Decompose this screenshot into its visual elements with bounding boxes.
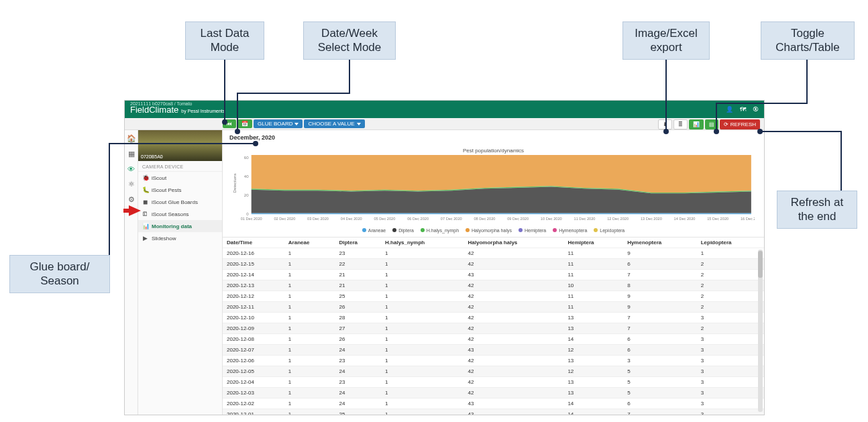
sidebar-item-icon: ◼ [142,199,148,205]
gear-icon[interactable]: ⚙ [128,195,135,204]
refresh-button[interactable]: ⟳ REFRESH [720,119,760,129]
chart-legend: AraneaeDipteraH.halys_nymphHalyomorpha h… [232,228,755,233]
table-row: 2020-12-021241431463 [223,398,764,409]
chart-area-Araneae [252,213,751,214]
legend-item: Hemiptera [519,228,546,233]
export-excel-button[interactable]: ≣ [673,119,688,129]
chevron-down-icon [294,123,299,125]
sidebar-item-label: Monitoring data [152,223,192,229]
legend-item: Diptera [392,228,414,233]
legend-item: Halyomorpha halys [466,228,512,233]
main-panel: December, 2020 Pest population/dynamics … [223,130,764,415]
table-row: 2020-12-041231421353 [223,376,764,387]
data-table: Date/TimeAraneaeDipteraH.halys_nymphHaly… [223,238,764,415]
pest-chart: Detections 0204060 01 Dec 202002 Dec 202… [232,155,755,224]
anno-toggle-charts: ToggleCharts/Table [761,21,855,60]
sidebar-item-icon: 🐞 [142,174,148,181]
table-row: 2020-12-131211421082 [223,280,764,291]
svg-text:09 Dec 2020: 09 Dec 2020 [507,217,529,221]
station-thumbnail[interactable]: 0720B5A0 [138,130,222,161]
grid-icon[interactable]: ▦ [128,150,135,158]
spreadsheet-icon: ≣ [678,121,683,127]
table-row: 2020-12-111261421192 [223,301,764,312]
sidebar-item-label: Slideshow [152,235,176,242]
table-row: 2020-12-061231421333 [223,355,764,366]
anno-refresh-end: Refresh atthe end [777,191,857,229]
sidebar-item-label: iScout Glue Boards [152,199,198,205]
table-row: 2020-12-141211431172 [223,269,764,280]
sidebar-item-icon: ▶ [142,235,148,242]
home-icon[interactable]: 🏠 [127,134,136,143]
svg-text:01 Dec 2020: 01 Dec 2020 [241,217,262,221]
svg-text:16 Dec 2020: 16 Dec 2020 [741,217,755,221]
broadcast-icon[interactable]: ⦿ [753,106,759,113]
svg-text:06 Dec 2020: 06 Dec 2020 [407,217,429,221]
column-header: Diptera [335,238,381,248]
svg-text:08 Dec 2020: 08 Dec 2020 [474,217,495,221]
sidebar-item-label: iScout Seasons [152,211,189,217]
table-row: 2020-12-071241431263 [223,344,764,355]
chart-area-Halyomorpha halys [252,155,751,193]
sidebar-item-icon: 🗓 [142,211,148,217]
table-row: 2020-12-121251421192 [223,291,764,301]
column-header: Halyomorpha halys [464,238,564,248]
sidebar-item-icon: 📊 [142,223,148,229]
table-row: 2020-12-091271421372 [223,323,764,333]
table-row: 2020-12-051241421253 [223,366,764,376]
legend-item: Araneae [362,228,386,233]
sidebar-item-slideshow[interactable]: ▶Slideshow [138,232,222,244]
svg-text:15 Dec 2020: 15 Dec 2020 [707,217,728,221]
toolbar: ⏮ 📅 GLUE BOARD CHOOSE A VALUE ⬇ ≣ 📊 ▤ ⟳ … [125,118,764,130]
svg-text:40: 40 [244,174,249,178]
chart-icon: 📊 [693,121,700,127]
sidebar-item-iscout-seasons[interactable]: 🗓iScout Seasons [138,208,222,220]
svg-text:11 Dec 2020: 11 Dec 2020 [574,217,596,221]
toggle-chart-button[interactable]: 📊 [689,119,704,129]
glue-board-dropdown[interactable]: GLUE BOARD [254,119,303,128]
sidebar-item-iscout[interactable]: 🐞iScout [138,172,222,184]
column-header: Lepidoptera [697,238,764,248]
sidebar-section-header: CAMERA DEVICE [138,161,222,172]
anno-date-week-mode: Date/WeekSelect Mode [303,21,396,60]
eye-icon[interactable]: 👁 [127,165,135,173]
sidebar-item-label: iScout [152,175,166,181]
calendar-icon: 📅 [241,121,248,127]
svg-text:60: 60 [244,155,249,160]
skip-back-icon: ⏮ [227,121,232,127]
svg-text:07 Dec 2020: 07 Dec 2020 [441,217,462,221]
column-header: Hymenoptera [623,238,697,248]
svg-text:02 Dec 2020: 02 Dec 2020 [274,217,295,221]
anno-glue-board-season: Glue board/Season [9,255,110,293]
scrollbar[interactable] [758,250,763,413]
table-row: 2020-12-081261421463 [223,333,764,344]
breadcrumb: 20211111 b0270ca8 / Tomato [130,101,193,106]
app-header: FieldClimateby Pessl Instruments 👤 🗺 ⦿ [125,101,764,118]
legend-item: H.halys_nymph [421,228,459,233]
svg-text:0: 0 [246,211,249,216]
table-row: 2020-12-031241421353 [223,387,764,398]
sidebar-item-iscout-glue-boards[interactable]: ◼iScout Glue Boards [138,196,222,208]
legend-item: Lepidoptera [594,228,625,233]
sidebar-item-label: iScout Pests [152,187,181,193]
svg-text:13 Dec 2020: 13 Dec 2020 [641,217,662,221]
svg-text:03 Dec 2020: 03 Dec 2020 [307,217,329,221]
column-header: Date/Time [223,238,284,248]
table-icon: ▤ [709,121,714,127]
table-row: 2020-12-161231421191 [223,248,764,258]
svg-text:04 Dec 2020: 04 Dec 2020 [341,217,362,221]
icon-rail: 🏠 ▦ 👁 ⚛ ⚙ [125,130,138,415]
calendar-button[interactable]: 📅 [237,119,252,128]
svg-text:05 Dec 2020: 05 Dec 2020 [374,217,395,221]
sidebar-item-monitoring-data[interactable]: 📊Monitoring data [138,220,222,232]
anno-last-data-mode: Last DataMode [185,21,264,60]
table-row: 2020-12-101281421373 [223,312,764,323]
map-icon[interactable]: 🗺 [740,106,746,113]
atom-icon[interactable]: ⚛ [128,180,135,189]
person-icon[interactable]: 👤 [726,106,733,113]
column-header: Araneae [284,238,335,248]
anno-image-excel: Image/Excelexport [622,21,710,60]
choose-value-dropdown[interactable]: CHOOSE A VALUE [304,119,364,128]
chart-title: Pest population/dynamics [232,148,755,154]
svg-text:10 Dec 2020: 10 Dec 2020 [541,217,562,221]
sidebar-item-iscout-pests[interactable]: 🐛iScout Pests [138,184,222,196]
